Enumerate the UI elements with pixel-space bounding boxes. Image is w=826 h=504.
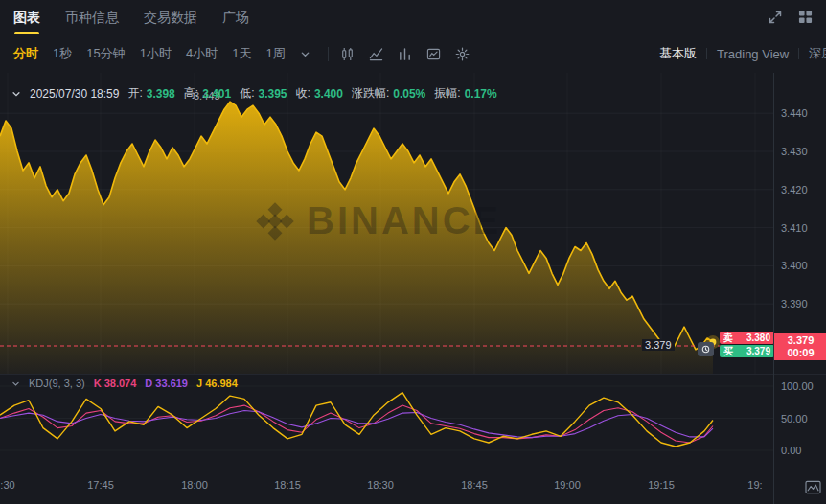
current-price-box: 3.379 00:09 [774, 333, 826, 360]
kdj-values: K 38.074D 33.619J 46.984 [94, 378, 238, 389]
kdj-chevron-down-icon[interactable] [11, 379, 20, 388]
interval-5[interactable]: 4小时 [186, 45, 218, 62]
ohlc-fields: 开:3.398高:3.401低:3.395收:3.400涨跌幅:0.05%振幅:… [127, 85, 496, 102]
interval-list: 分时1秒15分钟1小时4小时1天1周 [13, 45, 300, 62]
price-tick: 3.430 [781, 146, 808, 157]
main-price-chart[interactable] [0, 73, 773, 374]
time-label-1: :30 [0, 479, 14, 491]
kdj-tick: 0.00 [781, 445, 801, 456]
candlestick-icon[interactable] [340, 47, 355, 61]
buy-label: 买 [723, 345, 733, 358]
time-axis[interactable]: :3017:4518:0018:1518:3018:4519:0019:1519… [0, 470, 773, 504]
price-tick: 3.400 [781, 260, 808, 271]
current-price: 3.379 [788, 334, 815, 347]
nav-tab-2[interactable]: 币种信息 [65, 0, 119, 34]
ohlc-datetime: 2025/07/30 18:59 [30, 87, 119, 101]
price-tick: 3.440 [781, 107, 808, 119]
view-switcher: 基本版Trading View深度图 [659, 34, 826, 73]
interval-more-chevron-down-icon[interactable] [300, 49, 310, 59]
time-label-3: 18:00 [181, 479, 208, 491]
interval-4[interactable]: 1小时 [140, 45, 172, 62]
nav-icons [768, 10, 813, 25]
kdj-value-J: J 46.984 [196, 378, 238, 389]
last-price-label: 3.379 [642, 339, 675, 351]
price-tick: 3.410 [781, 222, 808, 234]
price-axis[interactable]: 3.379 00:09 3.4403.4303.4203.4103.4003.3… [773, 73, 826, 470]
ohlc-row: 2025/07/30 18:59 开:3.398高:3.401低:3.395收:… [11, 85, 497, 102]
time-label-6: 18:45 [461, 479, 488, 491]
fullscreen-chart-icon[interactable] [773, 470, 826, 504]
kdj-tick: 100.00 [781, 380, 814, 392]
apps-grid-icon[interactable] [798, 10, 813, 24]
kdj-header: KDJ(9, 3, 3) K 38.074D 33.619J 46.984 [11, 378, 238, 389]
trend-line-icon[interactable] [369, 47, 383, 61]
settings-gear-icon[interactable] [455, 47, 470, 61]
candle-countdown: 00:09 [787, 347, 814, 359]
view-divider [798, 48, 799, 59]
buy-price: 3.379 [746, 346, 770, 356]
interval-1[interactable]: 分时 [13, 45, 38, 62]
time-label-5: 18:30 [367, 479, 394, 491]
quote-badges: 卖 3.380 买 3.379 [720, 332, 774, 357]
panel-separator [0, 374, 826, 375]
kdj-value-D: D 33.619 [145, 378, 188, 389]
kdj-value-K: K 38.074 [94, 378, 137, 389]
view-1[interactable]: 基本版 [659, 45, 697, 62]
ohlc-field-4: 收:3.400 [296, 85, 343, 102]
ohlc-field-3: 低:3.395 [240, 85, 287, 102]
time-label-2: 17:45 [87, 479, 114, 491]
kdj-title: KDJ(9, 3, 3) [29, 378, 85, 389]
nav-tabs: 图表币种信息交易数据广场 [13, 0, 249, 34]
nav-tab-3[interactable]: 交易数据 [144, 0, 197, 34]
time-label-8: 19:15 [648, 479, 675, 491]
sell-quote-badge[interactable]: 卖 3.380 [720, 332, 774, 344]
time-label-9: 19: [747, 479, 762, 491]
ohlc-field-2: 高:3.401 [184, 85, 231, 102]
interval-3[interactable]: 15分钟 [86, 45, 125, 62]
kdj-tick: 50.00 [781, 413, 808, 424]
nav-tab-4[interactable]: 广场 [222, 0, 249, 34]
price-tick: 3.390 [781, 298, 808, 309]
top-nav: 图表币种信息交易数据广场 [0, 0, 826, 34]
view-divider [706, 48, 707, 59]
collapse-chevron-down-icon[interactable] [11, 89, 21, 99]
view-3[interactable]: 深度图 [809, 45, 826, 62]
interval-2[interactable]: 1秒 [53, 45, 72, 62]
expand-icon[interactable] [768, 10, 783, 25]
indicator-icon[interactable] [426, 47, 441, 61]
interval-6[interactable]: 1天 [232, 45, 251, 62]
nav-tab-1[interactable]: 图表 [13, 0, 40, 34]
price-alert-icon[interactable] [698, 342, 714, 356]
sell-price: 3.380 [746, 332, 770, 343]
toolbar-divider [328, 47, 329, 61]
time-label-7: 19:00 [554, 479, 581, 491]
time-label-4: 18:15 [274, 479, 301, 491]
sell-label: 卖 [723, 332, 733, 345]
view-2[interactable]: Trading View [717, 47, 789, 61]
buy-quote-badge[interactable]: 买 3.379 [720, 345, 774, 357]
ohlc-field-5: 涨跌幅:0.05% [352, 85, 425, 102]
bar-chart-icon[interactable] [398, 47, 412, 61]
price-tick: 3.420 [781, 184, 808, 195]
ohlc-field-1: 开:3.398 [127, 85, 174, 102]
ohlc-field-6: 振幅:0.17% [434, 85, 496, 102]
chart-toolbar: 分时1秒15分钟1小时4小时1天1周 基本版Trading View深度图 [0, 34, 826, 73]
interval-7[interactable]: 1周 [265, 45, 285, 62]
